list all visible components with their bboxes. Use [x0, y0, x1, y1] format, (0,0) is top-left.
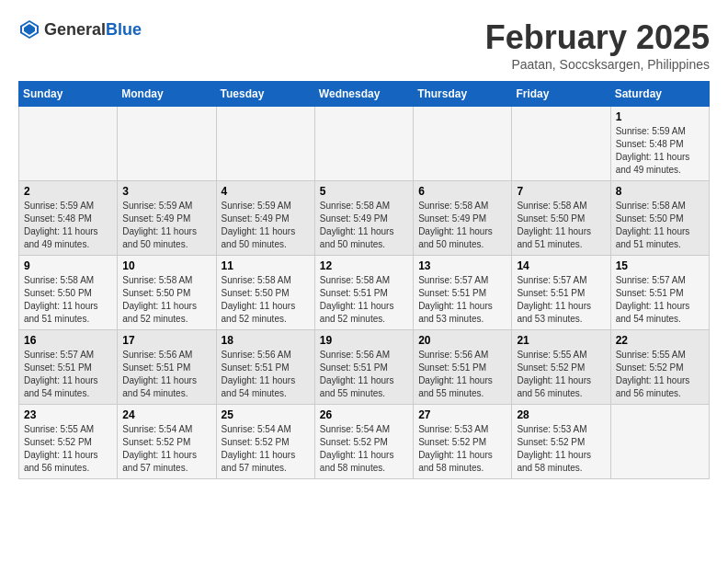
week-row-3: 9Sunrise: 5:58 AM Sunset: 5:50 PM Daylig… — [19, 256, 710, 330]
weekday-header-thursday: Thursday — [414, 82, 512, 107]
logo-blue-text: Blue — [106, 20, 142, 39]
day-info: Sunrise: 5:55 AM Sunset: 5:52 PM Dayligh… — [616, 349, 704, 400]
weekday-header-monday: Monday — [118, 82, 216, 107]
calendar-cell: 12Sunrise: 5:58 AM Sunset: 5:51 PM Dayli… — [314, 256, 413, 330]
calendar-cell: 14Sunrise: 5:57 AM Sunset: 5:51 PM Dayli… — [512, 256, 610, 330]
calendar-cell — [19, 107, 118, 181]
calendar-cell: 28Sunrise: 5:53 AM Sunset: 5:52 PM Dayli… — [512, 405, 610, 479]
weekday-header-row: SundayMondayTuesdayWednesdayThursdayFrid… — [19, 82, 710, 107]
day-number: 24 — [122, 408, 210, 421]
day-info: Sunrise: 5:57 AM Sunset: 5:51 PM Dayligh… — [418, 274, 506, 326]
day-number: 5 — [320, 185, 408, 198]
day-info: Sunrise: 5:57 AM Sunset: 5:51 PM Dayligh… — [517, 274, 605, 326]
day-number: 9 — [24, 259, 112, 272]
logo-general-text: General — [44, 20, 106, 39]
day-info: Sunrise: 5:59 AM Sunset: 5:48 PM Dayligh… — [24, 200, 112, 251]
day-number: 1 — [616, 110, 704, 123]
day-info: Sunrise: 5:59 AM Sunset: 5:49 PM Dayligh… — [122, 200, 210, 251]
calendar-cell: 4Sunrise: 5:59 AM Sunset: 5:49 PM Daylig… — [216, 181, 314, 256]
day-number: 20 — [418, 334, 506, 347]
day-number: 25 — [222, 408, 310, 421]
weekday-header-friday: Friday — [512, 82, 610, 107]
calendar-cell — [610, 405, 709, 479]
calendar-cell: 13Sunrise: 5:57 AM Sunset: 5:51 PM Dayli… — [414, 256, 512, 330]
calendar-cell: 18Sunrise: 5:56 AM Sunset: 5:51 PM Dayli… — [216, 330, 314, 405]
day-number: 14 — [517, 259, 605, 272]
day-number: 4 — [222, 185, 310, 198]
day-info: Sunrise: 5:56 AM Sunset: 5:51 PM Dayligh… — [320, 349, 408, 400]
day-info: Sunrise: 5:58 AM Sunset: 5:50 PM Dayligh… — [517, 200, 605, 251]
day-info: Sunrise: 5:56 AM Sunset: 5:51 PM Dayligh… — [222, 349, 310, 400]
day-number: 21 — [517, 334, 605, 347]
day-info: Sunrise: 5:58 AM Sunset: 5:50 PM Dayligh… — [24, 274, 112, 326]
calendar-cell: 2Sunrise: 5:59 AM Sunset: 5:48 PM Daylig… — [19, 181, 118, 256]
calendar-cell — [314, 107, 413, 181]
day-number: 2 — [24, 185, 112, 198]
logo: GeneralBlue — [18, 18, 142, 40]
day-number: 28 — [517, 408, 605, 421]
page-header: GeneralBlue February 2025 Paatan, Soccsk… — [18, 18, 710, 72]
calendar-cell: 19Sunrise: 5:56 AM Sunset: 5:51 PM Dayli… — [314, 330, 413, 405]
calendar-cell: 7Sunrise: 5:58 AM Sunset: 5:50 PM Daylig… — [512, 181, 610, 256]
calendar-cell: 25Sunrise: 5:54 AM Sunset: 5:52 PM Dayli… — [216, 405, 314, 479]
day-info: Sunrise: 5:55 AM Sunset: 5:52 PM Dayligh… — [517, 349, 605, 400]
day-info: Sunrise: 5:55 AM Sunset: 5:52 PM Dayligh… — [24, 423, 112, 475]
day-info: Sunrise: 5:58 AM Sunset: 5:51 PM Dayligh… — [320, 274, 408, 326]
calendar-cell: 27Sunrise: 5:53 AM Sunset: 5:52 PM Dayli… — [414, 405, 512, 479]
day-info: Sunrise: 5:58 AM Sunset: 5:49 PM Dayligh… — [320, 200, 408, 251]
day-number: 12 — [320, 259, 408, 272]
day-info: Sunrise: 5:58 AM Sunset: 5:50 PM Dayligh… — [616, 200, 704, 251]
day-info: Sunrise: 5:57 AM Sunset: 5:51 PM Dayligh… — [24, 349, 112, 400]
calendar-cell: 16Sunrise: 5:57 AM Sunset: 5:51 PM Dayli… — [19, 330, 118, 405]
day-info: Sunrise: 5:57 AM Sunset: 5:51 PM Dayligh… — [616, 274, 704, 326]
day-number: 19 — [320, 334, 408, 347]
calendar-cell — [216, 107, 314, 181]
day-number: 3 — [122, 185, 210, 198]
calendar-cell: 23Sunrise: 5:55 AM Sunset: 5:52 PM Dayli… — [19, 405, 118, 479]
day-info: Sunrise: 5:53 AM Sunset: 5:52 PM Dayligh… — [418, 423, 506, 475]
weekday-header-saturday: Saturday — [610, 82, 709, 107]
title-area: February 2025 Paatan, Soccsksargen, Phil… — [485, 18, 710, 72]
day-number: 26 — [320, 408, 408, 421]
calendar-cell: 24Sunrise: 5:54 AM Sunset: 5:52 PM Dayli… — [118, 405, 216, 479]
week-row-1: 1Sunrise: 5:59 AM Sunset: 5:48 PM Daylig… — [19, 107, 710, 181]
calendar-cell — [512, 107, 610, 181]
week-row-5: 23Sunrise: 5:55 AM Sunset: 5:52 PM Dayli… — [19, 405, 710, 479]
week-row-2: 2Sunrise: 5:59 AM Sunset: 5:48 PM Daylig… — [19, 181, 710, 256]
day-info: Sunrise: 5:58 AM Sunset: 5:50 PM Dayligh… — [122, 274, 210, 326]
day-info: Sunrise: 5:58 AM Sunset: 5:50 PM Dayligh… — [222, 274, 310, 326]
calendar-cell: 17Sunrise: 5:56 AM Sunset: 5:51 PM Dayli… — [118, 330, 216, 405]
day-number: 18 — [222, 334, 310, 347]
day-number: 22 — [616, 334, 704, 347]
day-number: 6 — [418, 185, 506, 198]
day-number: 7 — [517, 185, 605, 198]
day-info: Sunrise: 5:56 AM Sunset: 5:51 PM Dayligh… — [418, 349, 506, 400]
calendar-cell: 26Sunrise: 5:54 AM Sunset: 5:52 PM Dayli… — [314, 405, 413, 479]
day-number: 10 — [122, 259, 210, 272]
day-number: 15 — [616, 259, 704, 272]
day-number: 11 — [222, 259, 310, 272]
day-info: Sunrise: 5:59 AM Sunset: 5:48 PM Dayligh… — [616, 125, 704, 177]
month-title: February 2025 — [485, 18, 710, 57]
day-number: 16 — [24, 334, 112, 347]
calendar-cell: 9Sunrise: 5:58 AM Sunset: 5:50 PM Daylig… — [19, 256, 118, 330]
calendar-cell: 22Sunrise: 5:55 AM Sunset: 5:52 PM Dayli… — [610, 330, 709, 405]
day-number: 23 — [24, 408, 112, 421]
day-info: Sunrise: 5:58 AM Sunset: 5:49 PM Dayligh… — [418, 200, 506, 251]
calendar-cell: 6Sunrise: 5:58 AM Sunset: 5:49 PM Daylig… — [414, 181, 512, 256]
calendar-cell: 20Sunrise: 5:56 AM Sunset: 5:51 PM Dayli… — [414, 330, 512, 405]
calendar-cell: 10Sunrise: 5:58 AM Sunset: 5:50 PM Dayli… — [118, 256, 216, 330]
calendar-cell — [414, 107, 512, 181]
weekday-header-tuesday: Tuesday — [216, 82, 314, 107]
day-info: Sunrise: 5:54 AM Sunset: 5:52 PM Dayligh… — [320, 423, 408, 475]
day-info: Sunrise: 5:53 AM Sunset: 5:52 PM Dayligh… — [517, 423, 605, 475]
calendar-cell: 21Sunrise: 5:55 AM Sunset: 5:52 PM Dayli… — [512, 330, 610, 405]
calendar-cell: 3Sunrise: 5:59 AM Sunset: 5:49 PM Daylig… — [118, 181, 216, 256]
location-subtitle: Paatan, Soccsksargen, Philippines — [485, 57, 710, 72]
day-number: 17 — [122, 334, 210, 347]
day-info: Sunrise: 5:54 AM Sunset: 5:52 PM Dayligh… — [122, 423, 210, 475]
week-row-4: 16Sunrise: 5:57 AM Sunset: 5:51 PM Dayli… — [19, 330, 710, 405]
day-info: Sunrise: 5:56 AM Sunset: 5:51 PM Dayligh… — [122, 349, 210, 400]
day-number: 8 — [616, 185, 704, 198]
calendar-cell: 11Sunrise: 5:58 AM Sunset: 5:50 PM Dayli… — [216, 256, 314, 330]
